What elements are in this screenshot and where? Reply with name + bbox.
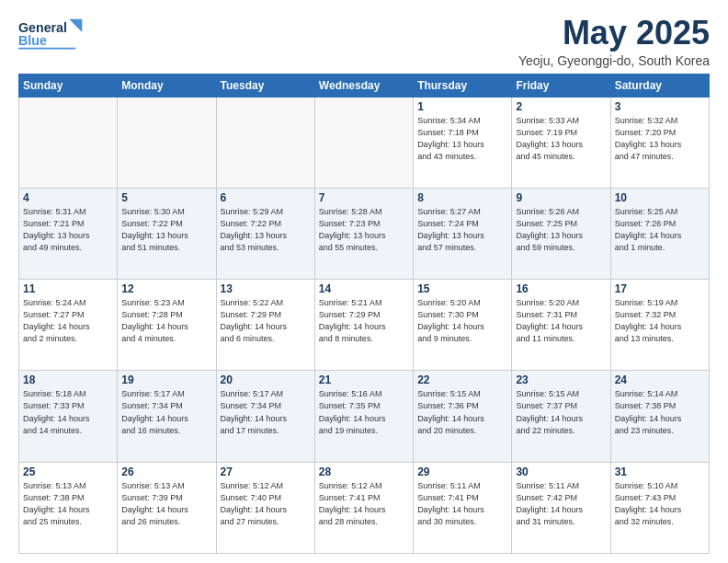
day-number: 18 [23, 373, 113, 386]
day-number: 9 [516, 191, 606, 204]
day-number: 23 [516, 373, 606, 386]
calendar-cell: 9Sunrise: 5:26 AM Sunset: 7:25 PM Daylig… [512, 188, 610, 279]
day-number: 21 [319, 373, 409, 386]
month-title: May 2025 [518, 15, 710, 52]
day-number: 31 [615, 465, 705, 478]
day-info: Sunrise: 5:21 AM Sunset: 7:29 PM Dayligh… [319, 297, 409, 345]
day-number: 13 [221, 282, 311, 295]
calendar-cell: 19Sunrise: 5:17 AM Sunset: 7:34 PM Dayli… [118, 371, 216, 462]
calendar-cell: 16Sunrise: 5:20 AM Sunset: 7:31 PM Dayli… [512, 280, 610, 371]
calendar-cell: 27Sunrise: 5:12 AM Sunset: 7:40 PM Dayli… [216, 462, 314, 553]
calendar-cell: 21Sunrise: 5:16 AM Sunset: 7:35 PM Dayli… [314, 371, 413, 462]
weekday-header-thursday: Thursday [414, 74, 512, 97]
svg-text:Blue: Blue [18, 33, 47, 48]
calendar-cell: 29Sunrise: 5:11 AM Sunset: 7:41 PM Dayli… [414, 462, 512, 553]
day-info: Sunrise: 5:16 AM Sunset: 7:35 PM Dayligh… [319, 388, 409, 436]
svg-marker-0 [69, 19, 82, 32]
day-number: 10 [615, 191, 705, 204]
calendar-cell: 31Sunrise: 5:10 AM Sunset: 7:43 PM Dayli… [610, 462, 709, 553]
title-block: May 2025 Yeoju, Gyeonggi-do, South Korea [518, 15, 710, 68]
calendar-cell [118, 97, 216, 188]
day-number: 19 [121, 373, 211, 386]
calendar-cell: 23Sunrise: 5:15 AM Sunset: 7:37 PM Dayli… [512, 371, 610, 462]
weekday-header-monday: Monday [118, 74, 216, 97]
day-info: Sunrise: 5:19 AM Sunset: 7:32 PM Dayligh… [615, 297, 705, 345]
calendar-week-1: 4Sunrise: 5:31 AM Sunset: 7:21 PM Daylig… [19, 188, 710, 279]
calendar-cell: 13Sunrise: 5:22 AM Sunset: 7:29 PM Dayli… [216, 280, 314, 371]
day-info: Sunrise: 5:22 AM Sunset: 7:29 PM Dayligh… [221, 297, 311, 345]
day-number: 12 [121, 282, 211, 295]
day-number: 1 [417, 100, 507, 113]
day-number: 6 [221, 191, 311, 204]
day-number: 2 [516, 100, 606, 113]
weekday-header-saturday: Saturday [610, 74, 709, 97]
calendar-week-2: 11Sunrise: 5:24 AM Sunset: 7:27 PM Dayli… [19, 280, 710, 371]
weekday-header-wednesday: Wednesday [314, 74, 413, 97]
day-number: 17 [615, 282, 705, 295]
day-info: Sunrise: 5:15 AM Sunset: 7:37 PM Dayligh… [516, 388, 606, 436]
header: General Blue May 2025 Yeoju, Gyeonggi-do… [18, 15, 710, 68]
calendar-cell: 11Sunrise: 5:24 AM Sunset: 7:27 PM Dayli… [19, 280, 118, 371]
day-number: 29 [417, 465, 507, 478]
calendar-cell: 28Sunrise: 5:12 AM Sunset: 7:41 PM Dayli… [314, 462, 413, 553]
calendar-cell: 6Sunrise: 5:29 AM Sunset: 7:22 PM Daylig… [216, 188, 314, 279]
calendar-cell: 24Sunrise: 5:14 AM Sunset: 7:38 PM Dayli… [610, 371, 709, 462]
calendar-cell: 20Sunrise: 5:17 AM Sunset: 7:34 PM Dayli… [216, 371, 314, 462]
calendar-cell: 8Sunrise: 5:27 AM Sunset: 7:24 PM Daylig… [414, 188, 512, 279]
calendar-cell: 30Sunrise: 5:11 AM Sunset: 7:42 PM Dayli… [512, 462, 610, 553]
calendar-cell: 4Sunrise: 5:31 AM Sunset: 7:21 PM Daylig… [19, 188, 118, 279]
day-number: 22 [417, 373, 507, 386]
calendar-cell [314, 97, 413, 188]
calendar-cell: 22Sunrise: 5:15 AM Sunset: 7:36 PM Dayli… [414, 371, 512, 462]
calendar-cell: 18Sunrise: 5:18 AM Sunset: 7:33 PM Dayli… [19, 371, 118, 462]
weekday-header-sunday: Sunday [19, 74, 118, 97]
day-info: Sunrise: 5:34 AM Sunset: 7:18 PM Dayligh… [417, 115, 507, 163]
day-info: Sunrise: 5:12 AM Sunset: 7:40 PM Dayligh… [221, 480, 311, 528]
day-info: Sunrise: 5:17 AM Sunset: 7:34 PM Dayligh… [121, 388, 211, 436]
day-info: Sunrise: 5:27 AM Sunset: 7:24 PM Dayligh… [417, 206, 507, 254]
day-number: 26 [121, 465, 211, 478]
calendar-cell: 1Sunrise: 5:34 AM Sunset: 7:18 PM Daylig… [414, 97, 512, 188]
calendar-cell: 25Sunrise: 5:13 AM Sunset: 7:38 PM Dayli… [19, 462, 118, 553]
day-info: Sunrise: 5:31 AM Sunset: 7:21 PM Dayligh… [23, 206, 113, 254]
day-info: Sunrise: 5:28 AM Sunset: 7:23 PM Dayligh… [319, 206, 409, 254]
day-number: 4 [23, 191, 113, 204]
day-info: Sunrise: 5:13 AM Sunset: 7:38 PM Dayligh… [23, 480, 113, 528]
day-info: Sunrise: 5:24 AM Sunset: 7:27 PM Dayligh… [23, 297, 113, 345]
calendar-week-3: 18Sunrise: 5:18 AM Sunset: 7:33 PM Dayli… [19, 371, 710, 462]
day-info: Sunrise: 5:26 AM Sunset: 7:25 PM Dayligh… [516, 206, 606, 254]
calendar-cell: 2Sunrise: 5:33 AM Sunset: 7:19 PM Daylig… [512, 97, 610, 188]
day-number: 25 [23, 465, 113, 478]
day-info: Sunrise: 5:30 AM Sunset: 7:22 PM Dayligh… [121, 206, 211, 254]
day-info: Sunrise: 5:13 AM Sunset: 7:39 PM Dayligh… [121, 480, 211, 528]
page: General Blue May 2025 Yeoju, Gyeonggi-do… [0, 0, 728, 563]
calendar-cell [216, 97, 314, 188]
calendar-table: SundayMondayTuesdayWednesdayThursdayFrid… [18, 74, 710, 554]
day-number: 5 [121, 191, 211, 204]
day-number: 27 [221, 465, 311, 478]
calendar-cell: 12Sunrise: 5:23 AM Sunset: 7:28 PM Dayli… [118, 280, 216, 371]
calendar-week-4: 25Sunrise: 5:13 AM Sunset: 7:38 PM Dayli… [19, 462, 710, 553]
day-info: Sunrise: 5:32 AM Sunset: 7:20 PM Dayligh… [615, 115, 705, 163]
logo-svg: General Blue [18, 15, 92, 56]
day-number: 15 [417, 282, 507, 295]
calendar-cell [19, 97, 118, 188]
day-info: Sunrise: 5:14 AM Sunset: 7:38 PM Dayligh… [615, 388, 705, 436]
day-info: Sunrise: 5:25 AM Sunset: 7:26 PM Dayligh… [615, 206, 705, 254]
location: Yeoju, Gyeonggi-do, South Korea [518, 53, 710, 68]
day-info: Sunrise: 5:18 AM Sunset: 7:33 PM Dayligh… [23, 388, 113, 436]
calendar-cell: 10Sunrise: 5:25 AM Sunset: 7:26 PM Dayli… [610, 188, 709, 279]
day-number: 7 [319, 191, 409, 204]
calendar-cell: 15Sunrise: 5:20 AM Sunset: 7:30 PM Dayli… [414, 280, 512, 371]
logo: General Blue [18, 15, 92, 56]
calendar-cell: 5Sunrise: 5:30 AM Sunset: 7:22 PM Daylig… [118, 188, 216, 279]
day-number: 11 [23, 282, 113, 295]
day-number: 28 [319, 465, 409, 478]
day-info: Sunrise: 5:33 AM Sunset: 7:19 PM Dayligh… [516, 115, 606, 163]
calendar-cell: 7Sunrise: 5:28 AM Sunset: 7:23 PM Daylig… [314, 188, 413, 279]
day-number: 8 [417, 191, 507, 204]
day-info: Sunrise: 5:11 AM Sunset: 7:42 PM Dayligh… [516, 480, 606, 528]
weekday-header-row: SundayMondayTuesdayWednesdayThursdayFrid… [19, 74, 710, 97]
weekday-header-friday: Friday [512, 74, 610, 97]
day-info: Sunrise: 5:20 AM Sunset: 7:31 PM Dayligh… [516, 297, 606, 345]
